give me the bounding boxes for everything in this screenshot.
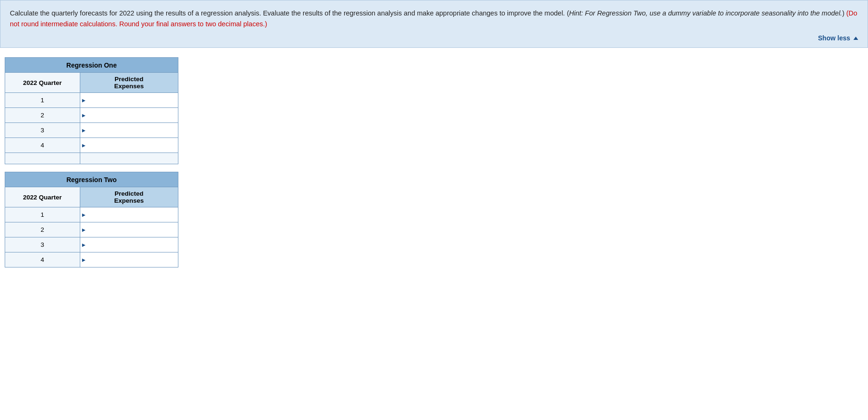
- quarter-label: 2: [5, 108, 80, 123]
- predicted-expenses-input-cell[interactable]: ►: [80, 93, 178, 108]
- regression-one-col2-header: PredictedExpenses: [80, 73, 178, 93]
- quarter-label: 1: [5, 207, 80, 222]
- quarter-label: 4: [5, 138, 80, 153]
- predicted-expenses-input-cell[interactable]: ►: [80, 123, 178, 138]
- table-row: 2 ►: [5, 222, 178, 237]
- predicted-expenses-input-cell[interactable]: ►: [80, 252, 178, 267]
- regression-one-col1-header: 2022 Quarter: [5, 73, 80, 93]
- input-arrow-icon: ►: [80, 97, 87, 104]
- reg1-q1-input[interactable]: [86, 95, 178, 106]
- triangle-up-icon: [853, 37, 858, 40]
- table-row: 1 ►: [5, 93, 178, 108]
- instruction-main: Calculate the quarterly forecasts for 20…: [10, 9, 569, 17]
- table-row: 4 ►: [5, 138, 178, 153]
- input-arrow-icon: ►: [80, 112, 87, 119]
- input-arrow-icon: ►: [80, 257, 87, 263]
- predicted-expenses-input-cell[interactable]: ►: [80, 138, 178, 153]
- table-row: 1 ►: [5, 207, 178, 222]
- predicted-expenses-input-cell[interactable]: ►: [80, 108, 178, 123]
- table-row: 3 ►: [5, 123, 178, 138]
- reg2-q2-input[interactable]: [86, 224, 178, 235]
- table-row: 4 ►: [5, 252, 178, 267]
- table-row: 2 ►: [5, 108, 178, 123]
- predicted-expenses-input-cell[interactable]: ►: [80, 237, 178, 252]
- input-arrow-icon: ►: [80, 242, 87, 248]
- reg2-q4-input[interactable]: [86, 254, 178, 265]
- reg2-q1-input[interactable]: [86, 209, 178, 220]
- regression-two-table: Regression Two 2022 Quarter PredictedExp…: [5, 172, 178, 267]
- table-row: 3 ►: [5, 237, 178, 252]
- quarter-label: 2: [5, 222, 80, 237]
- input-arrow-icon: ►: [80, 127, 87, 134]
- quarter-label: 3: [5, 237, 80, 252]
- predicted-expenses-input-cell[interactable]: ►: [80, 207, 178, 222]
- show-less-button[interactable]: Show less: [818, 34, 858, 42]
- instruction-hint: Hint: For Regression Two, use a dummy va…: [569, 9, 842, 17]
- empty-row: [5, 153, 178, 164]
- input-arrow-icon: ►: [80, 227, 87, 233]
- instruction-after-hint: ): [842, 9, 846, 17]
- regression-one-table: Regression One 2022 Quarter PredictedExp…: [5, 57, 178, 164]
- instruction-box: Calculate the quarterly forecasts for 20…: [0, 0, 868, 48]
- reg1-q3-input[interactable]: [86, 125, 178, 136]
- input-arrow-icon: ►: [80, 142, 87, 149]
- empty-cell: [80, 153, 178, 164]
- regression-two-col2-header: PredictedExpenses: [80, 187, 178, 207]
- tables-area: Regression One 2022 Quarter PredictedExp…: [0, 57, 868, 267]
- regression-two-col1-header: 2022 Quarter: [5, 187, 80, 207]
- show-less-label: Show less: [818, 34, 850, 42]
- empty-cell: [5, 153, 80, 164]
- regression-two-title: Regression Two: [5, 172, 178, 187]
- show-less-container: Show less: [10, 34, 858, 42]
- reg1-q2-input[interactable]: [86, 110, 178, 121]
- input-arrow-icon: ►: [80, 212, 87, 218]
- quarter-label: 4: [5, 252, 80, 267]
- quarter-label: 3: [5, 123, 80, 138]
- quarter-label: 1: [5, 93, 80, 108]
- reg2-q3-input[interactable]: [86, 239, 178, 250]
- reg1-q4-input[interactable]: [86, 140, 178, 151]
- predicted-expenses-input-cell[interactable]: ►: [80, 222, 178, 237]
- regression-one-title: Regression One: [5, 58, 178, 73]
- instruction-text: Calculate the quarterly forecasts for 20…: [10, 8, 858, 30]
